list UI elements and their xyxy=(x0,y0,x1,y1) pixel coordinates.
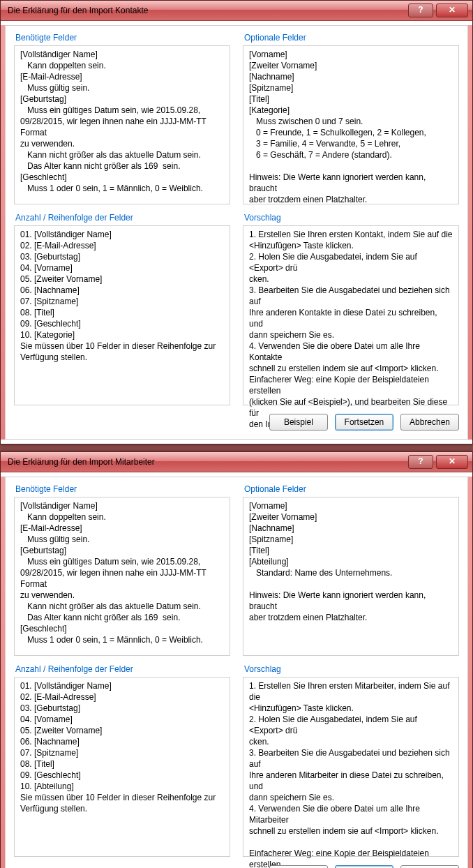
continue-button[interactable]: Fortsetzen xyxy=(335,414,393,431)
titlebar: Die Erklärung für den Import Mitarbeiter… xyxy=(1,452,472,472)
col-required: Benötigte Felder [Vollständiger Name] Ka… xyxy=(14,33,230,204)
dialog-body: Benötigte Felder [Vollständiger Name] Ka… xyxy=(5,25,468,440)
action-button-row: Beispiel Fortsetzen Abbrechen xyxy=(14,414,459,431)
continue-button[interactable]: Fortsetzen xyxy=(335,865,393,868)
required-fields-header: Benötigte Felder xyxy=(15,484,230,494)
dialog-frame: Benötigte Felder [Vollständiger Name] Ka… xyxy=(1,477,472,868)
suggestion-box: 1. Erstellen Sie Ihren ersten Kontakt, i… xyxy=(243,225,459,405)
dialog-frame: Benötigte Felder [Vollständiger Name] Ka… xyxy=(1,25,472,440)
dialog-import-mitarbeiter: Die Erklärung für den Import Mitarbeiter… xyxy=(0,451,473,868)
col-suggestion: Vorschlag 1. Erstellen Sie Ihren ersten … xyxy=(243,213,459,405)
suggestion-header: Vorschlag xyxy=(244,213,459,223)
field-order-header: Anzahl / Reihenfolge der Felder xyxy=(15,213,230,223)
row-top: Benötigte Felder [Vollständiger Name] Ka… xyxy=(14,484,459,656)
suggestion-box: 1. Erstellen Sie Ihren ersten Mitarbeite… xyxy=(243,677,459,857)
optional-fields-header: Optionale Felder xyxy=(244,33,459,43)
title-buttons: ? ✕ xyxy=(408,455,468,469)
cancel-button[interactable]: Abbrechen xyxy=(400,865,459,868)
help-button[interactable]: ? xyxy=(408,455,433,469)
required-fields-header: Benötigte Felder xyxy=(15,33,230,43)
cancel-button[interactable]: Abbrechen xyxy=(400,414,459,431)
close-button[interactable]: ✕ xyxy=(436,455,468,469)
col-optional: Optionale Felder [Vorname] [Zweiter Vorn… xyxy=(243,484,459,656)
row-bottom: Anzahl / Reihenfolge der Felder 01. [Vol… xyxy=(14,664,459,857)
example-button[interactable]: Beispiel xyxy=(269,865,328,868)
col-optional: Optionale Felder [Vorname] [Zweiter Vorn… xyxy=(243,33,459,204)
suggestion-header: Vorschlag xyxy=(244,664,459,674)
dialog-body: Benötigte Felder [Vollständiger Name] Ka… xyxy=(5,477,468,868)
example-button[interactable]: Beispiel xyxy=(269,414,328,431)
close-button[interactable]: ✕ xyxy=(436,3,468,17)
dialog-title: Die Erklärung für den Import Kontakte xyxy=(8,6,408,15)
row-bottom: Anzahl / Reihenfolge der Felder 01. [Vol… xyxy=(14,213,459,405)
required-fields-box: [Vollständiger Name] Kann doppelten sein… xyxy=(14,497,230,656)
required-fields-box: [Vollständiger Name] Kann doppelten sein… xyxy=(14,45,230,204)
col-required: Benötigte Felder [Vollständiger Name] Ka… xyxy=(14,484,230,656)
titlebar: Die Erklärung für den Import Kontakte ? … xyxy=(1,1,472,21)
field-order-box: 01. [Vollständiger Name] 02. [E-Mail-Adr… xyxy=(14,225,230,405)
optional-fields-header: Optionale Felder xyxy=(244,484,459,494)
row-top: Benötigte Felder [Vollständiger Name] Ka… xyxy=(14,33,459,204)
dialog-title: Die Erklärung für den Import Mitarbeiter xyxy=(8,457,408,467)
dialog-import-kontakte: Die Erklärung für den Import Kontakte ? … xyxy=(0,0,473,444)
col-order: Anzahl / Reihenfolge der Felder 01. [Vol… xyxy=(14,213,230,405)
optional-fields-box: [Vorname] [Zweiter Vorname] [Nachname] [… xyxy=(243,497,459,656)
action-button-row: Beispiel Fortsetzen Abbrechen xyxy=(14,865,459,868)
col-order: Anzahl / Reihenfolge der Felder 01. [Vol… xyxy=(14,664,230,857)
col-suggestion: Vorschlag 1. Erstellen Sie Ihren ersten … xyxy=(243,664,459,857)
title-buttons: ? ✕ xyxy=(408,3,468,17)
help-button[interactable]: ? xyxy=(408,3,433,17)
field-order-box: 01. [Vollständiger Name] 02. [E-Mail-Adr… xyxy=(14,677,230,857)
field-order-header: Anzahl / Reihenfolge der Felder xyxy=(15,664,230,674)
page-container: Die Erklärung für den Import Kontakte ? … xyxy=(0,0,473,868)
optional-fields-box: [Vorname] [Zweiter Vorname] [Nachname] [… xyxy=(243,45,459,204)
